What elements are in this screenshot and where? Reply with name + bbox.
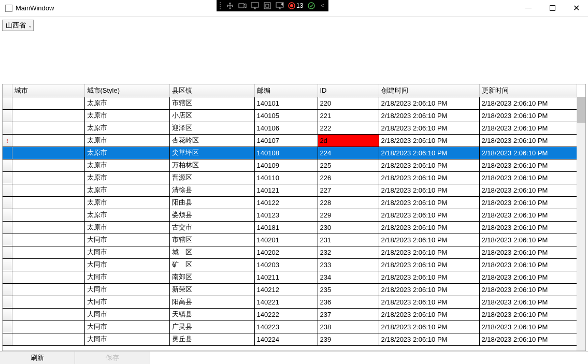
cell-district[interactable]: 阳曲县: [169, 196, 254, 209]
cell-created[interactable]: 2/18/2023 2:06:10 PM: [379, 209, 479, 221]
cell-postal[interactable]: 140121: [254, 184, 318, 196]
cell-district[interactable]: 尖草坪区: [169, 147, 254, 159]
cell-id[interactable]: 237: [318, 308, 379, 321]
row-header[interactable]: [3, 209, 12, 221]
save-button[interactable]: 保存: [75, 352, 150, 364]
cell-city[interactable]: [12, 258, 84, 271]
cell-id[interactable]: 221: [318, 109, 379, 122]
data-grid[interactable]: 城市 城市(Style) 县区镇 邮编 ID 创建时间 更新时间 太原市市辖区1…: [2, 84, 586, 351]
cell-city-style[interactable]: 大同市: [84, 296, 169, 308]
row-header[interactable]: [3, 97, 12, 109]
col-city-style[interactable]: 城市(Style): [84, 84, 169, 97]
table-row[interactable]: 太原市娄烦县1401232292/18/2023 2:06:10 PM2/18/…: [3, 209, 577, 221]
table-row[interactable]: 大同市市辖区1402012312/18/2023 2:06:10 PM2/18/…: [3, 234, 577, 246]
cell-id[interactable]: 227: [318, 184, 379, 196]
cell-id[interactable]: 239: [318, 333, 379, 345]
cell-city-style[interactable]: 太原市: [84, 122, 169, 134]
table-row[interactable]: 太原市阳曲县1401222282/18/2023 2:06:10 PM2/18/…: [3, 196, 577, 209]
row-header[interactable]: [3, 321, 12, 333]
table-row[interactable]: 大同市灵丘县1402242392/18/2023 2:06:10 PM2/18/…: [3, 333, 577, 345]
cell-district[interactable]: 晋源区: [169, 171, 254, 184]
row-header[interactable]: [3, 296, 12, 308]
cell-city-style[interactable]: 大同市: [84, 246, 169, 258]
cell-city-style[interactable]: 太原市: [84, 221, 169, 234]
cell-city[interactable]: [12, 321, 84, 333]
cell-district[interactable]: 杏花岭区: [169, 134, 254, 147]
cell-district[interactable]: 小店区: [169, 109, 254, 122]
row-header[interactable]: [3, 171, 12, 184]
row-header[interactable]: [3, 283, 12, 296]
table-row[interactable]: 大同市新荣区1402122352/18/2023 2:06:10 PM2/18/…: [3, 283, 577, 296]
cell-created[interactable]: 2/18/2023 2:06:10 PM: [379, 321, 479, 333]
cell-updated[interactable]: 2/18/2023 2:06:10 PM: [479, 134, 577, 147]
table-row[interactable]: 太原市迎泽区1401062222/18/2023 2:06:10 PM2/18/…: [3, 122, 577, 134]
cell-city-style[interactable]: 太原市: [84, 134, 169, 147]
cell-postal[interactable]: 140203: [254, 258, 318, 271]
table-row[interactable]: 大同市天镇县1402222372/18/2023 2:06:10 PM2/18/…: [3, 308, 577, 321]
cell-postal[interactable]: 140106: [254, 122, 318, 134]
cell-city[interactable]: [12, 184, 84, 196]
cell-updated[interactable]: 2/18/2023 2:06:10 PM: [479, 221, 577, 234]
cell-postal[interactable]: 140221: [254, 296, 318, 308]
cell-city[interactable]: [12, 97, 84, 109]
cell-postal[interactable]: 140224: [254, 333, 318, 345]
cell-id[interactable]: 233: [318, 258, 379, 271]
cell-created[interactable]: 2/18/2023 2:06:10 PM: [379, 308, 479, 321]
cell-created[interactable]: 2/18/2023 2:06:10 PM: [379, 296, 479, 308]
table-row[interactable]: 太原市尖草坪区1401082242/18/2023 2:06:10 PM2/18…: [3, 147, 577, 159]
cell-postal[interactable]: 140211: [254, 271, 318, 283]
cell-created[interactable]: 2/18/2023 2:06:10 PM: [379, 333, 479, 345]
row-header[interactable]: [3, 333, 12, 345]
cell-id[interactable]: 228: [318, 196, 379, 209]
table-row[interactable]: 太原市古交市1401812302/18/2023 2:06:10 PM2/18/…: [3, 221, 577, 234]
cell-postal[interactable]: 140107: [254, 134, 318, 147]
cell-district[interactable]: 天镇县: [169, 308, 254, 321]
col-id[interactable]: ID: [318, 84, 379, 97]
cell-updated[interactable]: 2/18/2023 2:06:10 PM: [479, 147, 577, 159]
cell-city[interactable]: [12, 171, 84, 184]
cell-postal[interactable]: 140181: [254, 221, 318, 234]
recorder-stop-icon[interactable]: [261, 1, 274, 11]
table-row[interactable]: 太原市小店区1401052212/18/2023 2:06:10 PM2/18/…: [3, 109, 577, 122]
cell-updated[interactable]: 2/18/2023 2:06:10 PM: [479, 258, 577, 271]
cell-district[interactable]: 迎泽区: [169, 122, 254, 134]
cell-updated[interactable]: 2/18/2023 2:06:10 PM: [479, 171, 577, 184]
cell-postal[interactable]: 140212: [254, 283, 318, 296]
cell-updated[interactable]: 2/18/2023 2:06:10 PM: [479, 308, 577, 321]
recorder-record-button[interactable]: 13: [286, 1, 305, 11]
row-header[interactable]: [3, 308, 12, 321]
recorder-toolbar[interactable]: 13 <: [217, 0, 328, 11]
cell-postal[interactable]: 140202: [254, 246, 318, 258]
table-row[interactable]: 大同市广灵县1402232382/18/2023 2:06:10 PM2/18/…: [3, 321, 577, 333]
cell-city[interactable]: [12, 109, 84, 122]
cell-updated[interactable]: 2/18/2023 2:06:10 PM: [479, 122, 577, 134]
cell-district[interactable]: 市辖区: [169, 234, 254, 246]
recorder-collapse-icon[interactable]: <: [318, 2, 327, 9]
cell-created[interactable]: 2/18/2023 2:06:10 PM: [379, 234, 479, 246]
vertical-scrollbar-thumb[interactable]: [577, 97, 585, 123]
recorder-drag-handle-icon[interactable]: [218, 2, 223, 9]
col-updated[interactable]: 更新时间: [479, 84, 577, 97]
cell-id[interactable]: 224: [318, 147, 379, 159]
cell-postal[interactable]: 140109: [254, 159, 318, 171]
cell-city[interactable]: [12, 234, 84, 246]
cell-postal[interactable]: 140110: [254, 171, 318, 184]
row-header[interactable]: [3, 109, 12, 122]
col-created[interactable]: 创建时间: [379, 84, 479, 97]
cell-city[interactable]: [12, 308, 84, 321]
cell-city-style[interactable]: 大同市: [84, 283, 169, 296]
table-row[interactable]: !太原市杏花岭区1401072d2/18/2023 2:06:10 PM2/18…: [3, 134, 577, 147]
cell-district[interactable]: 灵丘县: [169, 333, 254, 345]
cell-city-style[interactable]: 大同市: [84, 333, 169, 345]
cell-district[interactable]: 矿 区: [169, 258, 254, 271]
cell-city-style[interactable]: 大同市: [84, 308, 169, 321]
cell-postal[interactable]: 140201: [254, 234, 318, 246]
close-button[interactable]: ✕: [564, 0, 588, 17]
cell-updated[interactable]: 2/18/2023 2:06:10 PM: [479, 234, 577, 246]
cell-updated[interactable]: 2/18/2023 2:06:10 PM: [479, 184, 577, 196]
cell-updated[interactable]: 2/18/2023 2:06:10 PM: [479, 196, 577, 209]
cell-id[interactable]: 226: [318, 171, 379, 184]
cell-updated[interactable]: 2/18/2023 2:06:10 PM: [479, 246, 577, 258]
vertical-scrollbar[interactable]: [577, 97, 585, 351]
cell-created[interactable]: 2/18/2023 2:06:10 PM: [379, 271, 479, 283]
